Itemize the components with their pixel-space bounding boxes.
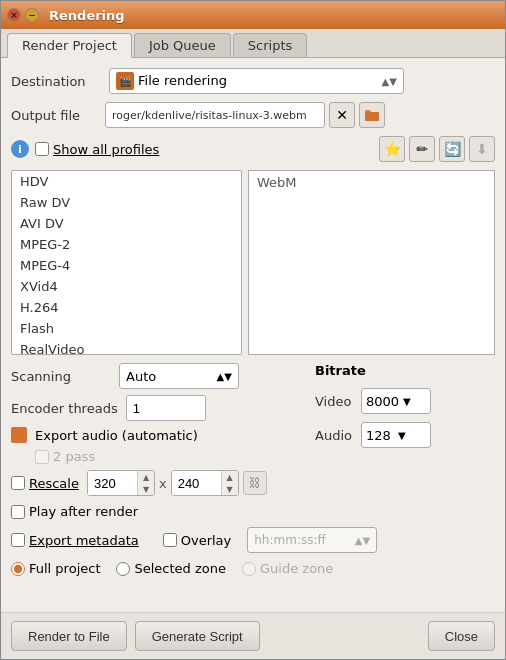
rescale-width-up[interactable]: ▲ xyxy=(138,471,154,483)
left-col: Scanning Auto ▲▼ Encoder threads ▲ ▼ xyxy=(11,363,305,496)
star-button[interactable]: ⭐ xyxy=(379,136,405,162)
titlebar-buttons: × − xyxy=(7,8,39,22)
play-after-render-checkbox[interactable]: Play after render xyxy=(11,504,138,519)
edit-button[interactable]: ✏️ xyxy=(409,136,435,162)
generate-script-button[interactable]: Generate Script xyxy=(135,621,260,651)
render-to-file-button[interactable]: Render to File xyxy=(11,621,127,651)
format-list[interactable]: HDV Raw DV AVI DV MPEG-2 MPEG-4 XVid4 H.… xyxy=(11,170,242,355)
aspect-ratio-lock-icon[interactable]: ⛓ xyxy=(243,471,267,495)
audio-label: Audio xyxy=(315,428,355,443)
scanning-label: Scanning xyxy=(11,369,111,384)
rescale-width-input[interactable] xyxy=(88,471,137,495)
destination-arrow-icon: ▲▼ xyxy=(382,76,397,87)
lists-row: HDV Raw DV AVI DV MPEG-2 MPEG-4 XVid4 H.… xyxy=(11,170,495,355)
video-bitrate-row: Video 8000 ▼ xyxy=(315,388,495,414)
scanning-bitrate-row: Scanning Auto ▲▼ Encoder threads ▲ ▼ xyxy=(11,363,495,496)
bottom-buttons: Render to File Generate Script Close xyxy=(1,612,505,659)
audio-bitrate-row: Audio 128 ▼ xyxy=(315,422,495,448)
minimize-window-button[interactable]: − xyxy=(25,8,39,22)
list-item[interactable]: H.264 xyxy=(12,297,241,318)
format-right-panel: WebM xyxy=(248,170,495,355)
two-pass-row: 2 pass xyxy=(11,449,305,464)
list-item[interactable]: RealVideo xyxy=(12,339,241,355)
list-item[interactable]: XVid4 xyxy=(12,276,241,297)
metadata-overlay-row: Export metadata Overlay hh:mm:ss:ff ▲▼ xyxy=(11,527,495,553)
play-after-render-row: Play after render xyxy=(11,504,495,519)
tab-scripts[interactable]: Scripts xyxy=(233,33,307,57)
selected-zone-radio[interactable] xyxy=(116,562,130,576)
scanning-row: Scanning Auto ▲▼ xyxy=(11,363,305,389)
list-item[interactable]: MPEG-2 xyxy=(12,234,241,255)
tab-job-queue[interactable]: Job Queue xyxy=(134,33,231,57)
profiles-row: i Show all profiles ⭐ ✏️ 🔄 ⬇ xyxy=(11,136,495,162)
bitrate-section: Bitrate Video 8000 ▼ Audio 128 ▼ xyxy=(315,363,495,452)
destination-icon: 🎬 xyxy=(116,72,134,90)
time-input[interactable]: hh:mm:ss:ff ▲▼ xyxy=(247,527,377,553)
export-audio-row: Export audio (automatic) xyxy=(11,427,305,443)
rescale-height-input[interactable] xyxy=(172,471,221,495)
folder-icon xyxy=(364,107,380,123)
audio-bitrate-select[interactable]: 128 ▼ xyxy=(361,422,431,448)
export-metadata-checkbox[interactable]: Export metadata xyxy=(11,533,139,548)
scan-arrow-icon: ▲▼ xyxy=(217,371,232,382)
clear-output-button[interactable]: ✕ xyxy=(329,102,355,128)
full-project-radio-label[interactable]: Full project xyxy=(11,561,100,576)
close-button[interactable]: Close xyxy=(428,621,495,651)
titlebar: × − Rendering xyxy=(1,1,505,29)
guide-zone-radio-label[interactable]: Guide zone xyxy=(242,561,333,576)
rendering-window: × − Rendering Render Project Job Queue S… xyxy=(0,0,506,660)
output-file-row: Output file roger/kdenlive/risitas-linux… xyxy=(11,102,495,128)
rescale-height-down[interactable]: ▼ xyxy=(222,483,238,495)
close-window-button[interactable]: × xyxy=(7,8,21,22)
encoder-threads-input[interactable] xyxy=(127,396,206,420)
tabs-bar: Render Project Job Queue Scripts xyxy=(1,29,505,58)
x-separator: x xyxy=(159,476,167,491)
scanning-select[interactable]: Auto ▲▼ xyxy=(119,363,239,389)
encoder-threads-row: Encoder threads ▲ ▼ xyxy=(11,395,305,421)
info-icon[interactable]: i xyxy=(11,140,29,158)
browse-output-button[interactable] xyxy=(359,102,385,128)
video-arrow-icon: ▼ xyxy=(403,396,426,407)
video-label: Video xyxy=(315,394,355,409)
selected-zone-radio-label[interactable]: Selected zone xyxy=(116,561,226,576)
time-arrow-icon: ▲▼ xyxy=(355,535,370,546)
output-file-field[interactable]: roger/kdenlive/risitas-linux-3.webm xyxy=(105,102,325,128)
bitrate-title: Bitrate xyxy=(315,363,495,378)
rescale-row: Rescale ▲ ▼ x ▲ ▼ xyxy=(11,470,305,496)
list-item[interactable]: HDV xyxy=(12,171,241,192)
list-item[interactable]: MPEG-4 xyxy=(12,255,241,276)
project-options-row: Full project Selected zone Guide zone xyxy=(11,561,495,576)
output-file-label: Output file xyxy=(11,108,101,123)
destination-select[interactable]: 🎬File rendering ▲▼ xyxy=(109,68,404,94)
tab-render-project[interactable]: Render Project xyxy=(7,33,132,58)
rescale-width-down[interactable]: ▼ xyxy=(138,483,154,495)
audio-arrow-icon: ▼ xyxy=(398,430,426,441)
video-bitrate-select[interactable]: 8000 ▼ xyxy=(361,388,431,414)
guide-zone-radio[interactable] xyxy=(242,562,256,576)
rescale-height-up[interactable]: ▲ xyxy=(222,471,238,483)
rescale-height-spinbox[interactable]: ▲ ▼ xyxy=(171,470,239,496)
export-audio-icon xyxy=(11,427,27,443)
refresh-button[interactable]: 🔄 xyxy=(439,136,465,162)
export-audio-checkbox[interactable]: Export audio (automatic) xyxy=(35,428,198,443)
full-project-radio[interactable] xyxy=(11,562,25,576)
profile-icons: ⭐ ✏️ 🔄 ⬇ xyxy=(379,136,495,162)
destination-label: Destination xyxy=(11,74,101,89)
two-pass-checkbox[interactable]: 2 pass xyxy=(35,449,95,464)
show-all-profiles-checkbox[interactable]: Show all profiles xyxy=(35,142,159,157)
encoder-threads-label: Encoder threads xyxy=(11,401,118,416)
download-button[interactable]: ⬇ xyxy=(469,136,495,162)
overlay-checkbox[interactable]: Overlay xyxy=(163,533,232,548)
svg-rect-0 xyxy=(365,112,379,121)
window-title: Rendering xyxy=(49,8,125,23)
list-item[interactable]: AVI DV xyxy=(12,213,241,234)
list-item[interactable]: Flash xyxy=(12,318,241,339)
destination-row: Destination 🎬File rendering ▲▼ xyxy=(11,68,495,94)
list-item[interactable]: Raw DV xyxy=(12,192,241,213)
main-content: Destination 🎬File rendering ▲▼ Output fi… xyxy=(1,58,505,612)
encoder-threads-spinbox[interactable]: ▲ ▼ xyxy=(126,395,206,421)
rescale-checkbox[interactable] xyxy=(11,476,25,490)
rescale-width-spinbox[interactable]: ▲ ▼ xyxy=(87,470,155,496)
